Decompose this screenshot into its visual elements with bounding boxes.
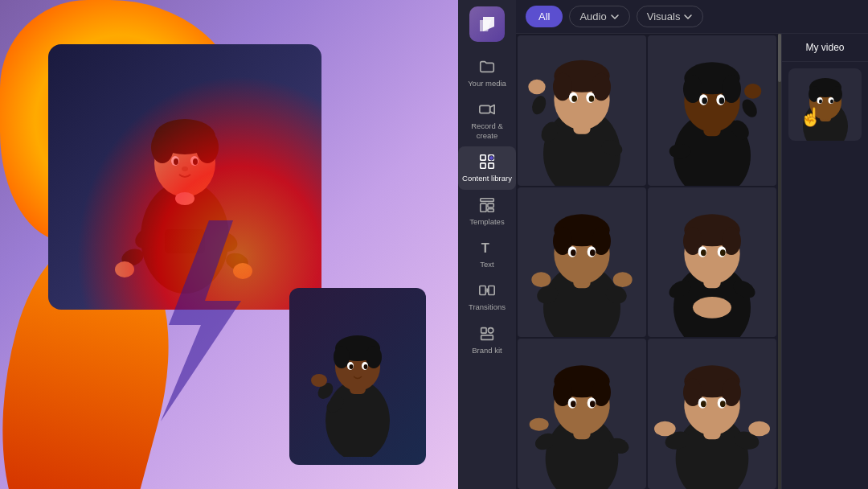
brand-kit-icon: [478, 325, 496, 343]
tab-audio[interactable]: Audio: [569, 6, 629, 27]
visuals-tab-label: Visuals: [647, 10, 681, 23]
sidebar-item-your-media[interactable]: Your media: [458, 51, 516, 94]
text-label: Text: [480, 260, 493, 269]
lightning-shape: [137, 220, 265, 421]
svg-point-129: [720, 401, 726, 408]
my-video-panel: My video: [781, 34, 868, 489]
grid-cell-3[interactable]: [518, 187, 646, 338]
logo-icon: [477, 14, 497, 35]
svg-point-63: [530, 94, 548, 117]
my-video-header: My video: [782, 34, 868, 62]
grid-cell-5[interactable]: [518, 339, 646, 489]
svg-marker-36: [490, 105, 495, 114]
svg-point-75: [719, 97, 725, 104]
svg-point-88: [571, 249, 576, 256]
avatar-1: [518, 35, 646, 186]
grid-cell-4[interactable]: [648, 187, 776, 338]
left-panel: [0, 0, 458, 489]
your-media-label: Your media: [468, 79, 506, 88]
svg-point-61: [589, 96, 595, 102]
app-logo: [469, 6, 505, 42]
templates-label: Templates: [469, 217, 504, 226]
scrollbar[interactable]: [778, 34, 781, 489]
visuals-chevron-icon: [683, 12, 693, 22]
video-camera-icon: [478, 101, 496, 118]
svg-point-115: [571, 401, 576, 408]
tab-all[interactable]: All: [526, 6, 563, 27]
svg-marker-0: [161, 220, 241, 421]
sidebar-item-text[interactable]: T Text: [458, 232, 516, 275]
svg-rect-45: [488, 208, 493, 212]
svg-rect-43: [481, 203, 486, 212]
svg-point-103: [720, 249, 726, 256]
avatar-4: [648, 187, 776, 338]
svg-point-77: [739, 97, 760, 120]
svg-point-171: [830, 100, 833, 104]
svg-rect-35: [480, 106, 490, 113]
sidebar-item-templates[interactable]: Templates: [458, 190, 516, 232]
svg-point-28: [350, 364, 354, 369]
svg-rect-48: [489, 286, 494, 295]
svg-point-60: [571, 96, 577, 102]
svg-marker-34: [480, 20, 491, 31]
grid-cell-2[interactable]: [648, 35, 776, 186]
grid-cell-6[interactable]: [648, 339, 776, 489]
svg-point-116: [590, 401, 596, 408]
svg-point-24: [334, 346, 350, 368]
avatar-2: [648, 35, 776, 186]
small-avatar-card: [289, 288, 426, 465]
svg-point-78: [744, 84, 761, 99]
tab-visuals[interactable]: Visuals: [637, 6, 704, 27]
top-bar: All Audio Visuals: [516, 0, 868, 34]
avatar-6: [648, 339, 776, 489]
transitions-icon: [478, 281, 496, 299]
transitions-label: Transitions: [469, 302, 506, 311]
svg-point-64: [528, 80, 545, 95]
brand-kit-label: Brand kit: [472, 346, 502, 355]
svg-point-29: [364, 364, 368, 369]
svg-point-106: [693, 297, 731, 318]
svg-rect-50: [481, 327, 486, 332]
sidebar-item-content-library[interactable]: Content library: [458, 146, 516, 189]
svg-point-93: [613, 272, 633, 287]
svg-point-89: [590, 249, 596, 256]
svg-point-41: [489, 156, 494, 161]
svg-point-32: [311, 374, 327, 387]
right-panel: Your media Record &create Content librar…: [458, 0, 868, 489]
avatar-3: [518, 187, 646, 338]
svg-rect-47: [480, 286, 485, 295]
grid-area: My video: [516, 34, 868, 489]
my-video-thumbnail[interactable]: ☝: [788, 68, 862, 141]
content-library-label: Content library: [462, 174, 512, 183]
svg-rect-49: [481, 335, 493, 340]
folder-icon: [478, 58, 496, 76]
sidebar-item-brand-kit[interactable]: Brand kit: [458, 318, 516, 361]
svg-point-91: [531, 272, 551, 287]
svg-point-102: [701, 249, 706, 256]
sidebar-item-transitions[interactable]: Transitions: [458, 275, 516, 318]
templates-icon: [478, 196, 496, 214]
svg-rect-37: [481, 155, 485, 160]
cursor-hand-icon: ☝: [800, 107, 821, 128]
svg-point-133: [748, 421, 770, 437]
sidebar: Your media Record &create Content librar…: [458, 0, 516, 489]
record-create-label: Record &create: [471, 121, 503, 140]
svg-text:T: T: [481, 240, 489, 255]
svg-point-51: [488, 327, 493, 332]
svg-point-170: [819, 100, 822, 104]
audio-chevron-icon: [610, 12, 620, 22]
scrollbar-thumb[interactable]: [778, 34, 781, 82]
svg-point-118: [530, 418, 549, 431]
svg-point-128: [701, 401, 706, 408]
small-avatar-svg: [301, 296, 414, 457]
grid-cell-1[interactable]: [518, 35, 646, 186]
svg-rect-39: [481, 163, 485, 168]
svg-point-131: [654, 421, 676, 437]
audio-tab-label: Audio: [579, 10, 606, 23]
content-library-icon: [478, 153, 496, 171]
avatar-5: [518, 339, 646, 489]
svg-point-74: [702, 97, 707, 104]
sidebar-item-record-create[interactable]: Record &create: [458, 94, 516, 146]
text-icon: T: [478, 239, 496, 257]
avatar-grid: [516, 34, 778, 489]
